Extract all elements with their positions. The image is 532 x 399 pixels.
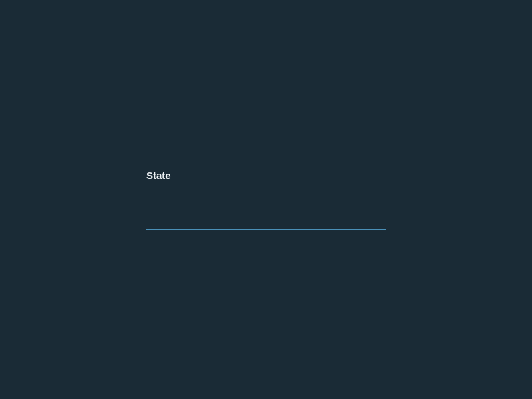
state-input[interactable] [146,207,386,230]
state-label: State [146,170,386,181]
form-container: State [146,170,386,230]
